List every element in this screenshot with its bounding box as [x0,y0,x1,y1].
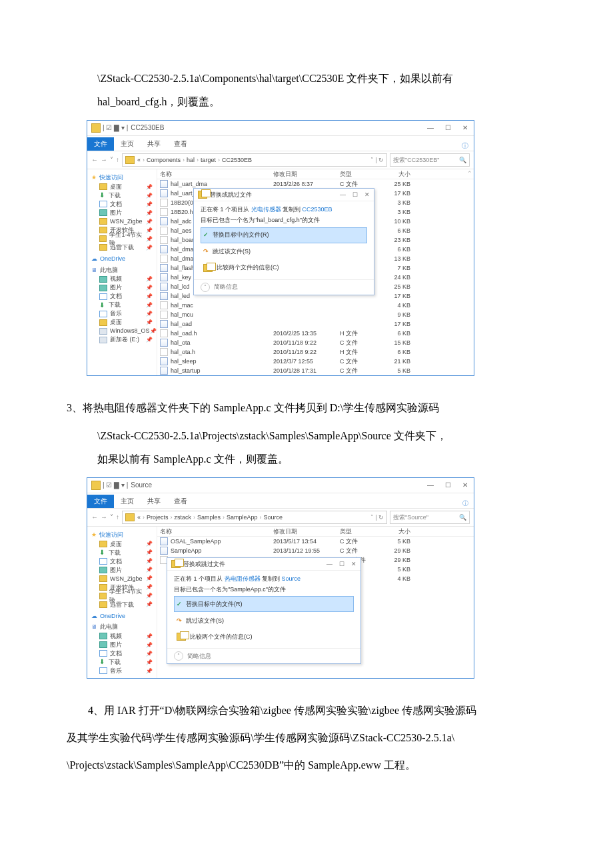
table-row[interactable]: hal_ota 2010/11/18 9:22 C 文件 15 KB [157,338,474,347]
nav-fwd[interactable]: → [101,155,107,165]
nav-pane: ★快速访问 桌面 📌 ⬇下载 📌 文档 📌 图片 📌 WSN_Zigbe 📌 [87,527,157,678]
refresh-icon[interactable]: ˅ | ↻ [370,156,384,165]
scroll-up-icon[interactable]: ⌃ [466,169,474,178]
nav-item[interactable]: 文档 📌 [90,292,154,301]
quick-access-toolbar: | ☑ ▇ ▾ | [103,481,128,490]
file-icon [160,227,168,235]
ribbon-tab-view[interactable]: 查看 [167,137,194,151]
table-row[interactable]: hal_oad.h 2010/2/25 13:35 H 文件 6 KB [157,329,474,338]
ribbon-tab-view[interactable]: 查看 [167,495,194,508]
search-input[interactable]: 搜索"CC2530EB" 🔍 [390,153,470,167]
nav-recent[interactable]: ˅ [110,155,113,165]
nav-thispc[interactable]: 🖥此电脑 [91,623,154,631]
search-input[interactable]: 搜索"Source" 🔍 [390,511,470,524]
nav-onedrive[interactable]: ☁OneDrive [91,255,154,263]
nav-recent[interactable]: ˅ [110,513,113,522]
nav-up[interactable]: ↑ [116,513,119,522]
option-skip[interactable]: ↷跳过该文件(S) [201,245,367,259]
breadcrumb[interactable]: «› Projects› zstack› Samples› SampleApp›… [122,511,387,524]
option-replace[interactable]: ✓替换目标中的文件(R) [201,227,367,243]
nav-item[interactable]: 文档 📌 [90,649,154,658]
nav-item[interactable]: ⬇下载 📌 [90,191,154,200]
table-row[interactable]: OSAL_SampleApp 2013/5/17 13:54 C 文件 5 KB [157,537,474,546]
nav-item[interactable]: Windows8_OS 📌 [90,327,154,335]
file-icon [160,217,168,225]
nav-onedrive[interactable]: ☁OneDrive [91,612,154,621]
ribbon-tab-home[interactable]: 主页 [114,495,141,508]
nav-item[interactable]: 学生1-4节实验 📌 [90,235,154,243]
nav-item[interactable]: 文档 📌 [90,557,154,566]
nav-item[interactable]: 图片 📌 [90,283,154,292]
nav-up[interactable]: ↑ [116,155,119,165]
minimize-button[interactable]: — [426,481,435,490]
table-row[interactable]: hal_ota.h 2010/11/18 9:22 H 文件 6 KB [157,347,474,357]
window-title: Source [131,481,426,490]
nav-item[interactable]: 视频 📌 [90,632,154,641]
ribbon-help[interactable]: ⓘ [462,141,474,151]
ribbon-tab-share[interactable]: 共享 [141,137,167,151]
ribbon-tab-share[interactable]: 共享 [141,495,167,508]
nav-item[interactable]: ⬇下载 📌 [90,658,154,667]
nav-item[interactable]: 图片 📌 [90,641,154,649]
nav-item[interactable]: 文档 📌 [90,200,154,209]
maximize-button[interactable]: ☐ [443,481,452,490]
nav-item[interactable]: 桌面 📌 [90,540,154,549]
option-replace[interactable]: ✓替换目标中的文件(R) [174,596,354,612]
replace-or-skip-dialog: 替换或跳过文件 — ☐ ✕ 正在将 1 个项目从 光电传感器 复制到 CC253… [193,188,374,295]
dialog-close-button[interactable]: ✕ [364,191,370,199]
table-row[interactable]: SampleApp 2013/11/12 19:55 C 文件 29 KB [157,546,474,555]
nav-item[interactable]: ⬇下载 📌 [90,549,154,557]
dialog-details-toggle[interactable]: ˄简略信息 [194,279,374,295]
table-row[interactable]: hal_sleep 2012/3/7 12:55 C 文件 21 KB [157,357,474,366]
nav-item[interactable]: 桌面 📌 [90,183,154,191]
breadcrumb[interactable]: «› Components› hal› target› CC2530EB ˅ |… [122,153,387,167]
ribbon-tab-file[interactable]: 文件 [87,137,114,151]
nav-quick-access[interactable]: ★快速访问 [91,531,154,539]
column-headers[interactable]: 名称 修改日期 类型 大小 [157,169,474,179]
nav-fwd[interactable]: → [101,513,107,522]
option-skip[interactable]: ↷跳过该文件(S) [174,613,354,628]
nav-item[interactable]: 音乐 📌 [90,309,154,318]
close-button[interactable]: ✕ [460,481,470,490]
table-row[interactable]: hal_oad 17 KB [157,319,474,329]
dialog-min-button[interactable]: — [326,560,332,569]
table-row[interactable]: hal_uart_dma 2013/2/26 8:37 C 文件 25 KB [157,179,474,189]
dialog-details-toggle[interactable]: ˄简略信息 [167,648,360,663]
dialog-min-button[interactable]: — [340,191,346,199]
nav-item[interactable]: ⬇下载 📌 [90,301,154,309]
nav-item[interactable]: 新加卷 (E:) 📌 [90,335,154,344]
table-row[interactable]: hal_mcu 9 KB [157,310,474,319]
nav-thispc[interactable]: 🖥此电脑 [91,266,154,275]
nav-back[interactable]: ← [91,513,98,522]
nav-item[interactable]: 图片 📌 [90,209,154,217]
column-headers[interactable]: 名称 修改日期 类型 大小 [157,527,474,537]
nav-quick-access[interactable]: ★快速访问 [91,173,154,182]
dialog-close-button[interactable]: ✕ [351,560,356,569]
dialog-max-button[interactable]: ☐ [339,560,344,569]
maximize-button[interactable]: ☐ [443,123,452,133]
nav-item[interactable]: WSN_Zigbe 📌 [90,217,154,226]
ribbon-tab-home[interactable]: 主页 [114,137,141,151]
minimize-button[interactable]: — [426,123,435,133]
nav-item[interactable]: 学生1-4节实验 📌 [90,592,154,601]
nav-item[interactable]: 视频 📌 [90,275,154,283]
option-compare[interactable]: 比较两个文件的信息(C) [174,629,354,644]
option-compare[interactable]: 比较两个文件的信息(C) [201,261,367,275]
nav-item[interactable]: 桌面 📌 [90,318,154,327]
nav-item[interactable]: WSN_Zigbe 📌 [90,575,154,583]
folder-icon [125,156,135,164]
ribbon-tab-file[interactable]: 文件 [87,495,114,508]
table-row[interactable]: hal_startup 2010/1/28 17:31 C 文件 5 KB [157,366,474,375]
para-4-line-1: 4、用 IAR 打开“D\物联网综合实验箱\zigbee 传感网实验实验\zig… [67,699,546,722]
nav-item[interactable]: 图片 📌 [90,566,154,575]
nav-item[interactable]: 音乐 📌 [90,667,154,675]
ribbon-help[interactable]: ⓘ [462,499,474,508]
search-icon: 🔍 [459,156,466,165]
file-icon [160,273,168,281]
table-row[interactable]: hal_mac 4 KB [157,301,474,310]
dialog-max-button[interactable]: ☐ [352,191,358,199]
close-button[interactable]: ✕ [460,123,470,133]
file-icon [160,367,168,375]
nav-back[interactable]: ← [91,155,98,165]
dialog-message-2: 目标已包含一个名为"SampleApp.c"的文件 [174,585,354,594]
